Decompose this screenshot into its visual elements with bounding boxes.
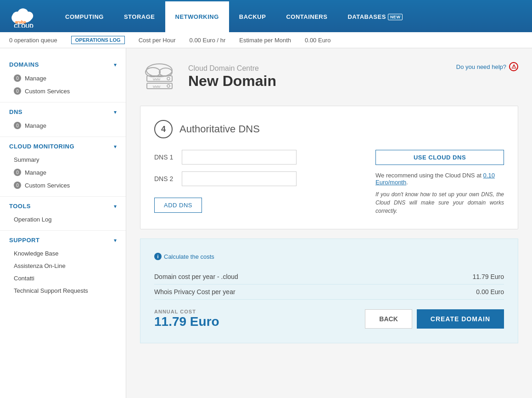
annual-cost-value: 11.79 Euro [154,314,219,329]
calculate-link[interactable]: i Calculate the costs [154,253,504,260]
page-header-titles: Cloud Domain Centre New Domain [188,64,276,90]
dns1-input[interactable] [182,150,297,165]
nav-item-computing[interactable]: COMPUTING [55,0,114,32]
sidebar-item-label: Summary [14,156,39,163]
sidebar-item-label: Custom Services [25,182,70,189]
dns-price-link[interactable]: 0.10 Euro/month [375,172,495,186]
dns2-label: DNS 2 [154,175,182,182]
back-button[interactable]: BACK [365,309,412,329]
chevron-down-icon: ▾ [114,62,117,68]
chevron-down-icon: ▾ [114,203,117,210]
logo-cloud-icon: aruba CLOUD [9,5,37,28]
cost-row-value: 0.00 Euro [476,288,504,296]
sidebar-badge: 0 [14,122,21,129]
dns-card: 4 Authoritative DNS DNS 1 DNS 2 ADD DNS [140,106,518,229]
sidebar-item-label: Technical Support Requests [14,287,88,294]
sidebar-section-tools-title: TOOLS [9,203,31,210]
sidebar-badge: 0 [14,87,21,95]
sidebar-badge: 0 [14,182,21,189]
dns1-row: DNS 1 [154,150,362,165]
sidebar-section-tools-header[interactable]: TOOLS ▾ [0,199,126,213]
dns-info-italic: If you don't know how to set up your own… [375,190,504,215]
svg-text:www: www [153,84,161,89]
page-header: www www Cloud Domain Centre New Domain D… [140,62,518,92]
help-link[interactable]: Do you need help? ⚠ [456,62,518,71]
sidebar-item-monitoring-manage[interactable]: 0 Manage [0,166,126,179]
svg-point-9 [159,68,172,76]
sidebar-section-tools: TOOLS ▾ Operation Log [0,199,126,226]
annual-cost-info: ANNUAL COST 11.79 Euro [154,309,219,329]
main-nav: COMPUTING STORAGE NETWORKING BACKUP CONT… [55,0,413,32]
nav-item-databases[interactable]: DATABASES NEW [337,0,413,32]
sidebar-item-label: Contatti [14,275,34,282]
chevron-down-icon: ▾ [114,143,117,150]
sidebar-item-domains-custom[interactable]: 0 Custom Services [0,85,126,97]
sidebar-section-domains-title: DOMAINS [9,61,39,68]
sidebar-item-monitoring-summary[interactable]: Summary [0,154,126,166]
estimate-value: 0.00 Euro [305,37,330,44]
sidebar-item-label: Manage [25,169,46,176]
sidebar-section-cloud-monitoring-header[interactable]: CLOUD MONITORING ▾ [0,139,126,154]
svg-text:www: www [153,77,161,81]
sidebar-section-domains: DOMAINS ▾ 0 Manage 0 Custom Services [0,57,126,97]
sidebar-section-support-header[interactable]: SUPPORT ▾ [0,233,126,247]
sidebar-badge: 0 [14,74,21,82]
help-link-text: Do you need help? [456,63,506,70]
svg-text:CLOUD: CLOUD [14,23,34,28]
sidebar-item-label: Operation Log [14,216,51,223]
info-circle-icon: i [154,253,162,260]
new-badge: NEW [388,14,403,20]
create-domain-button[interactable]: CREATE DOMAIN [417,309,504,329]
nav-item-networking[interactable]: NETWORKING [165,0,229,32]
sidebar-item-domains-manage[interactable]: 0 Manage [0,72,126,85]
sidebar-section-dns-title: DNS [9,108,22,115]
ops-log-button[interactable]: OPERATIONS LOG [71,36,125,44]
nav-item-containers[interactable]: CONTAINERS [276,0,337,32]
sidebar-item-support-kb[interactable]: Knowledge Base [0,247,126,260]
cost-buttons: BACK CREATE DOMAIN [365,309,504,329]
dns-info-text: We recommend using the Cloud DNS at 0.10… [375,172,504,186]
step-title: Authoritative DNS [179,123,260,135]
ops-queue-text: 0 operation queue [9,37,57,44]
chevron-down-icon: ▾ [114,237,117,244]
cost-row-value: 11.79 Euro [473,273,504,280]
sidebar-item-monitoring-custom[interactable]: 0 Custom Services [0,179,126,192]
sidebar-badge: 0 [14,169,21,176]
header: aruba CLOUD COMPUTING STORAGE NETWORKING… [0,0,532,32]
sidebar-item-support-online[interactable]: Assistenza On-Line [0,260,126,272]
sidebar-item-label: Manage [25,75,46,82]
calculate-link-text: Calculate the costs [164,253,214,260]
svg-point-14 [167,77,170,80]
sidebar-section-cloud-monitoring-title: CLOUD MONITORING [9,143,74,150]
cost-row-label: Whois Privacy Cost per year [154,288,235,296]
chevron-down-icon: ▾ [114,109,117,115]
sidebar-item-label: Assistenza On-Line [14,262,66,269]
sidebar-section-support: SUPPORT ▾ Knowledge Base Assistenza On-L… [0,233,126,297]
sidebar-section-support-title: SUPPORT [9,237,39,244]
main-layout: DOMAINS ▾ 0 Manage 0 Custom Services DNS… [0,48,532,398]
sidebar-item-label: Manage [25,122,46,129]
sidebar-item-label: Knowledge Base [14,250,59,257]
cost-row-whois: Whois Privacy Cost per year 0.00 Euro [154,284,504,300]
help-icon: ⚠ [509,62,518,71]
use-cloud-dns-button[interactable]: USE CLOUD DNS [375,150,504,165]
subheader: 0 operation queue OPERATIONS LOG Cost pe… [0,32,532,48]
dns-layout: DNS 1 DNS 2 ADD DNS USE CLOUD DNS We rec… [154,150,504,215]
add-dns-button[interactable]: ADD DNS [154,198,202,213]
sidebar-item-tools-oplog[interactable]: Operation Log [0,213,126,226]
cost-row-label: Domain cost per year - .cloud [154,273,238,280]
sidebar-item-support-tech[interactable]: Technical Support Requests [0,284,126,297]
sidebar-section-dns-header[interactable]: DNS ▾ [0,105,126,119]
sidebar-item-support-contatti[interactable]: Contatti [0,272,126,284]
nav-item-storage[interactable]: STORAGE [114,0,165,32]
sidebar-item-dns-manage[interactable]: 0 Manage [0,119,126,132]
cost-row-domain: Domain cost per year - .cloud 11.79 Euro [154,269,504,284]
nav-item-backup[interactable]: BACKUP [229,0,276,32]
page-header-left: www www Cloud Domain Centre New Domain [140,62,276,92]
cost-section: i Calculate the costs Domain cost per ye… [140,239,518,343]
dns2-input[interactable] [182,171,297,186]
dns2-row: DNS 2 [154,171,362,186]
dns-form-area: DNS 1 DNS 2 ADD DNS [154,150,362,215]
sidebar-section-domains-header[interactable]: DOMAINS ▾ [0,57,126,72]
dns1-label: DNS 1 [154,154,182,161]
